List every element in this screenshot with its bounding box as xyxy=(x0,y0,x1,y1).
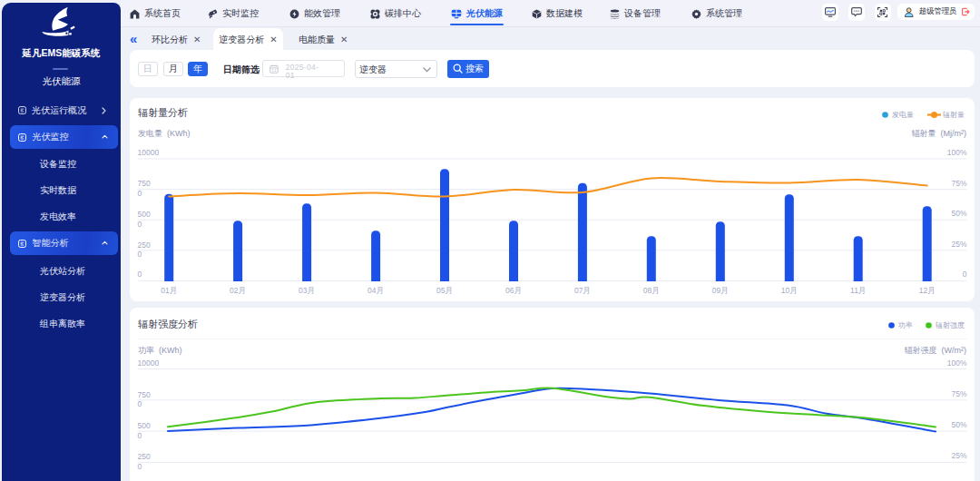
svg-text:06月: 06月 xyxy=(505,286,522,295)
svg-text:500: 500 xyxy=(138,210,151,219)
svg-text:10000: 10000 xyxy=(138,358,160,368)
svg-text:75%: 75% xyxy=(951,389,966,398)
svg-text:12月: 12月 xyxy=(919,286,936,295)
svg-text:03月: 03月 xyxy=(299,286,315,295)
svg-text:04月: 04月 xyxy=(368,286,384,295)
svg-text:0: 0 xyxy=(138,250,142,259)
svg-text:0: 0 xyxy=(963,270,967,279)
svg-text:50%: 50% xyxy=(951,209,966,218)
svg-text:08月: 08月 xyxy=(643,286,660,295)
svg-text:100%: 100% xyxy=(947,148,967,157)
svg-text:75%: 75% xyxy=(951,179,966,188)
svg-text:25%: 25% xyxy=(951,451,966,460)
svg-text:09月: 09月 xyxy=(712,286,729,295)
svg-text:0: 0 xyxy=(138,189,142,198)
svg-text:0: 0 xyxy=(138,220,142,229)
svg-text:750: 750 xyxy=(138,179,151,188)
svg-text:250: 250 xyxy=(138,452,151,461)
svg-text:10000: 10000 xyxy=(138,148,160,157)
svg-text:10月: 10月 xyxy=(781,286,798,295)
svg-text:100%: 100% xyxy=(947,358,967,368)
svg-text:50%: 50% xyxy=(951,420,966,429)
svg-text:0: 0 xyxy=(138,431,142,440)
svg-text:250: 250 xyxy=(138,240,151,250)
svg-text:01月: 01月 xyxy=(161,286,177,295)
svg-text:02月: 02月 xyxy=(230,286,246,295)
svg-text:25%: 25% xyxy=(951,240,966,249)
svg-text:500: 500 xyxy=(138,421,151,430)
svg-text:0: 0 xyxy=(138,399,142,408)
svg-text:0: 0 xyxy=(138,270,142,279)
svg-text:07月: 07月 xyxy=(574,286,591,295)
svg-text:11月: 11月 xyxy=(850,286,866,295)
svg-text:750: 750 xyxy=(138,390,151,399)
svg-text:0: 0 xyxy=(138,462,142,471)
svg-text:05月: 05月 xyxy=(436,286,453,295)
